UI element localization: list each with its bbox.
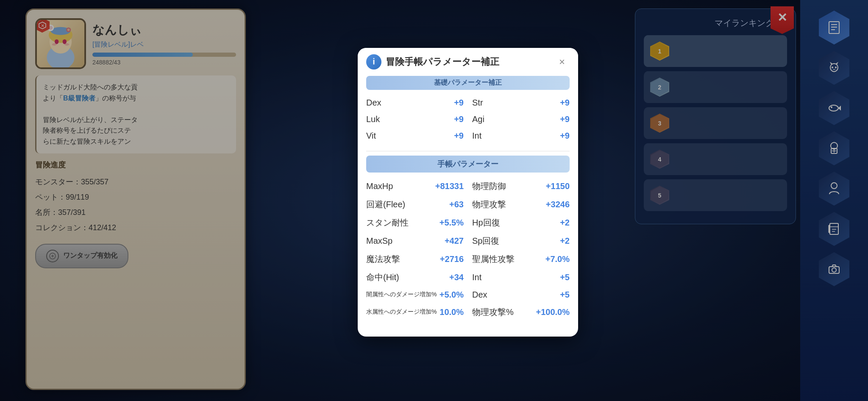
modal-title-area: i 冒険手帳パラメーター補正	[366, 54, 499, 70]
param-magic-atk-value: +2716	[440, 254, 464, 264]
param-dark-dmg: 闇属性へのダメージ増加% +5.0%	[366, 288, 464, 301]
param-vit-value: +9	[454, 131, 464, 141]
param-holy-atk-label: 聖属性攻撃	[472, 253, 515, 265]
param-phys-atk-value: +3246	[546, 200, 570, 209]
param-maxhp-label: MaxHp	[366, 181, 393, 191]
base-params-grid: Dex +9 Str +9 Luk +9 Agi +9 Vit +9	[366, 96, 570, 142]
param-holy-atk-value: +7.0%	[545, 254, 570, 264]
param-stun-label: スタン耐性	[366, 217, 409, 228]
param-hp-regen-label: Hp回復	[472, 217, 500, 228]
param-int-base-value: +9	[560, 131, 570, 141]
param-water-dmg: 水属性へのダメージ増加% 10.0%	[366, 305, 464, 320]
modal-content: 基礎パラメーター補正 Dex +9 Str +9 Luk +9 Agi +9	[358, 76, 578, 337]
param-hp-regen: Hp回復 +2	[472, 215, 570, 230]
parameter-modal: i 冒険手帳パラメーター補正 × 基礎パラメーター補正 Dex +9 Str +…	[358, 48, 578, 337]
param-luk: Luk +9	[366, 113, 464, 126]
param-maxsp-value: +427	[445, 236, 464, 246]
param-luk-label: Luk	[366, 114, 380, 124]
param-flee: 回避(Flee) +63	[366, 197, 464, 212]
param-dex-label: Dex	[366, 98, 381, 108]
param-int: Int +5	[472, 270, 570, 285]
param-maxsp: MaxSp +427	[366, 234, 464, 248]
param-flee-label: 回避(Flee)	[366, 199, 405, 210]
param-phys-atk-pct-label: 物理攻撃%	[472, 306, 514, 318]
param-dex2-label: Dex	[472, 290, 487, 300]
param-int-base: Int +9	[472, 129, 570, 142]
divider-1	[366, 151, 570, 151]
param-hit-value: +34	[449, 273, 464, 282]
param-int-base-label: Int	[472, 131, 481, 141]
param-agi-label: Agi	[472, 114, 484, 124]
param-phys-atk-pct: 物理攻撃% +100.0%	[472, 305, 570, 320]
param-stun: スタン耐性 +5.5%	[366, 215, 464, 230]
param-water-dmg-value: 10.0%	[440, 307, 464, 317]
param-agi-value: +9	[560, 114, 570, 124]
param-str-value: +9	[560, 98, 570, 108]
param-str: Str +9	[472, 96, 570, 109]
param-magic-atk-label: 魔法攻撃	[366, 253, 400, 265]
param-hit-label: 命中(Hit)	[366, 272, 399, 283]
param-vit: Vit +9	[366, 129, 464, 142]
param-hit: 命中(Hit) +34	[366, 270, 464, 285]
param-holy-atk: 聖属性攻撃 +7.0%	[472, 252, 570, 267]
param-sp-regen: Sp回復 +2	[472, 234, 570, 248]
param-dark-dmg-value: +5.0%	[440, 290, 464, 300]
modal-close-button[interactable]: ×	[554, 54, 570, 70]
param-flee-value: +63	[449, 200, 464, 209]
param-phys-def: 物理防御 +1150	[472, 179, 570, 194]
modal-title: 冒険手帳パラメーター補正	[386, 56, 499, 68]
param-int-label: Int	[472, 273, 481, 282]
param-phys-def-label: 物理防御	[472, 181, 506, 192]
param-stun-value: +5.5%	[440, 218, 464, 228]
param-maxhp-value: +81331	[435, 181, 464, 191]
param-sp-regen-label: Sp回復	[472, 235, 499, 247]
modal-header: i 冒険手帳パラメーター補正 ×	[358, 48, 578, 76]
info-icon: i	[366, 54, 381, 70]
modal-overlay: i 冒険手帳パラメーター補正 × 基礎パラメーター補正 Dex +9 Str +…	[0, 0, 868, 401]
handbook-params-grid: MaxHp +81331 物理防御 +1150 回避(Flee) +63 物理攻…	[366, 179, 570, 320]
param-dex2: Dex +5	[472, 288, 570, 301]
param-phys-atk-pct-value: +100.0%	[536, 307, 570, 317]
param-maxsp-label: MaxSp	[366, 236, 392, 246]
param-vit-label: Vit	[366, 131, 376, 141]
param-dex-value: +9	[454, 98, 464, 108]
param-hp-regen-value: +2	[560, 218, 570, 228]
param-magic-atk: 魔法攻撃 +2716	[366, 252, 464, 267]
param-phys-atk-label: 物理攻撃	[472, 199, 506, 210]
param-str-label: Str	[472, 98, 483, 108]
param-dex: Dex +9	[366, 96, 464, 109]
param-luk-value: +9	[454, 114, 464, 124]
param-dark-dmg-label: 闇属性へのダメージ増加%	[366, 291, 437, 298]
param-dex2-value: +5	[560, 290, 570, 300]
param-water-dmg-label: 水属性へのダメージ増加%	[366, 308, 437, 316]
param-agi: Agi +9	[472, 113, 570, 126]
param-phys-def-value: +1150	[546, 181, 570, 191]
param-int-value: +5	[560, 273, 570, 282]
param-maxhp: MaxHp +81331	[366, 179, 464, 194]
param-sp-regen-value: +2	[560, 236, 570, 246]
handbook-params-badge: 手帳パラメーター	[366, 156, 570, 173]
base-params-badge: 基礎パラメーター補正	[366, 76, 570, 90]
param-phys-atk: 物理攻撃 +3246	[472, 197, 570, 212]
